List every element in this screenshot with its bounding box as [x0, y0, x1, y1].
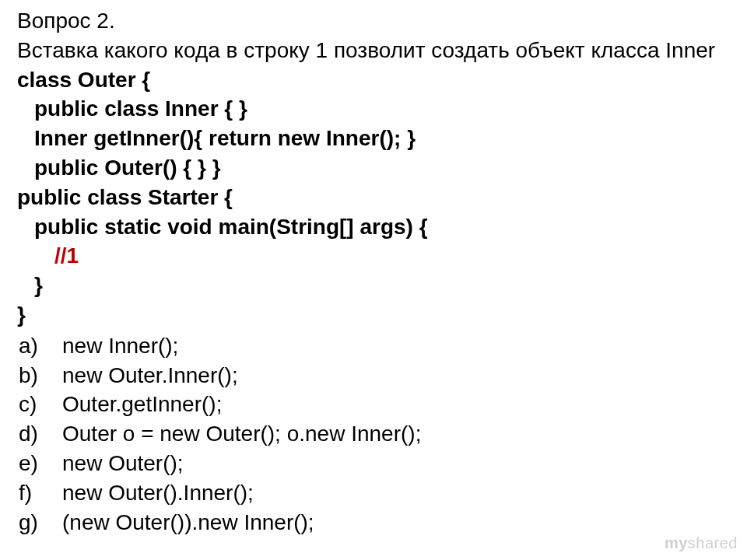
option-text: Outer o = new Outer(); o.new Inner(); — [62, 419, 730, 449]
option-marker: c) — [17, 390, 62, 419]
option-b: b) new Outer.Inner(); — [17, 361, 730, 390]
code-line: public class Inner { } — [17, 94, 730, 124]
code-line: Inner getInner(){ return new Inner(); } — [17, 124, 730, 153]
option-marker: a) — [17, 331, 62, 361]
code-line: } — [17, 271, 730, 300]
watermark: myshared — [665, 533, 738, 554]
option-marker: e) — [17, 449, 62, 478]
code-line: public Outer() { } } — [17, 153, 730, 183]
option-marker: g) — [17, 508, 62, 537]
option-marker: f) — [17, 478, 62, 508]
option-text: new Outer.Inner(); — [62, 361, 730, 390]
code-block: class Outer { public class Inner { } Inn… — [17, 65, 730, 330]
option-e: e) new Outer(); — [17, 449, 730, 478]
code-line-marker: //1 — [17, 241, 730, 271]
code-line: public static void main(String[] args) { — [17, 212, 730, 242]
code-line: } — [17, 300, 730, 330]
watermark-prefix: my — [665, 534, 688, 551]
option-a: a) new Inner(); — [17, 331, 730, 361]
option-text: Outer.getInner(); — [62, 390, 730, 419]
option-marker: d) — [17, 419, 62, 449]
option-f: f) new Outer().Inner(); — [17, 478, 730, 508]
code-line: class Outer { — [17, 65, 730, 95]
option-text: new Outer().Inner(); — [62, 478, 730, 508]
option-g: g) (new Outer()).new Inner(); — [17, 508, 730, 537]
option-d: d) Outer o = new Outer(); o.new Inner(); — [17, 419, 730, 449]
option-text: new Inner(); — [62, 331, 730, 361]
question-header: Вопрос 2. — [17, 6, 730, 36]
option-marker: b) — [17, 361, 62, 390]
option-c: c) Outer.getInner(); — [17, 390, 730, 419]
code-line: public class Starter { — [17, 183, 730, 212]
options-list: a) new Inner(); b) new Outer.Inner(); c)… — [17, 331, 730, 537]
option-text: new Outer(); — [62, 449, 730, 478]
question-text: Вставка какого кода в строку 1 позволит … — [17, 36, 730, 65]
option-text: (new Outer()).new Inner(); — [62, 508, 730, 537]
watermark-suffix: shared — [688, 534, 738, 551]
